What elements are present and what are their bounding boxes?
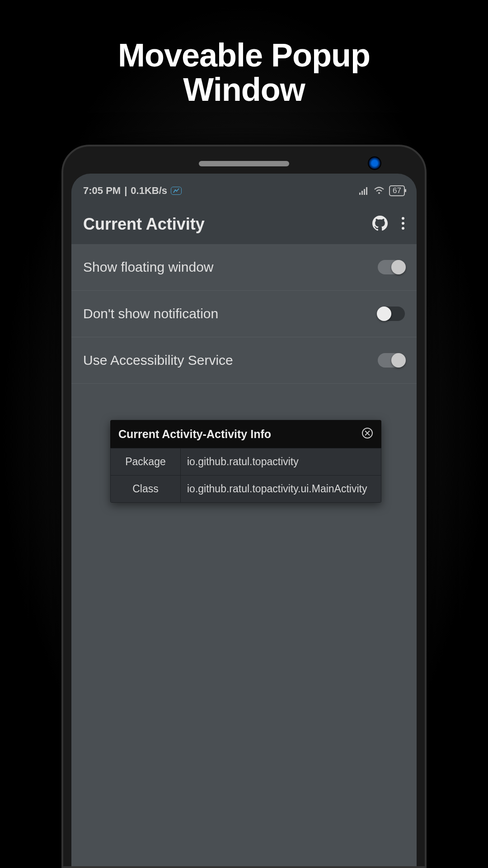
setting-label: Use Accessibility Service xyxy=(83,353,233,368)
close-icon[interactable] xyxy=(361,427,373,441)
promo-title-line1: Moveable Popup xyxy=(118,37,370,73)
content-area: Current Activity-Activity Info Package i… xyxy=(71,384,417,866)
floating-popup[interactable]: Current Activity-Activity Info Package i… xyxy=(110,420,381,503)
setting-label: Don't show notification xyxy=(83,306,218,321)
svg-rect-0 xyxy=(359,193,361,195)
setting-label: Show floating window xyxy=(83,259,214,275)
svg-point-5 xyxy=(402,217,404,220)
setting-dont-show-notification[interactable]: Don't show notification xyxy=(71,291,417,337)
table-row: Package io.github.ratul.topactivity xyxy=(111,448,381,476)
toggle-knob xyxy=(377,307,391,321)
setting-show-floating[interactable]: Show floating window xyxy=(71,244,417,291)
popup-key-package: Package xyxy=(111,448,181,476)
more-vert-icon[interactable] xyxy=(401,217,405,232)
svg-rect-2 xyxy=(364,189,365,195)
signal-icon xyxy=(359,187,369,195)
toggle-knob xyxy=(391,353,406,368)
popup-val-package: io.github.ratul.topactivity xyxy=(181,448,381,476)
statusbar: 7:05 PM | 0.1KB/s 67 xyxy=(71,177,417,204)
github-icon[interactable] xyxy=(372,216,388,233)
popup-title: Current Activity-Activity Info xyxy=(118,428,271,441)
toggle-dont-show-notification[interactable] xyxy=(378,307,405,321)
svg-point-4 xyxy=(378,192,380,194)
status-time: 7:05 PM xyxy=(83,185,121,197)
popup-table: Package io.github.ratul.topactivity Clas… xyxy=(110,448,381,503)
statusbar-left: 7:05 PM | 0.1KB/s xyxy=(83,185,182,197)
appbar-title: Current Activity xyxy=(83,215,205,234)
status-sep: | xyxy=(124,185,127,197)
table-row: Class io.github.ratul.topactivity.ui.Mai… xyxy=(111,476,381,503)
statusbar-right: 67 xyxy=(359,185,405,196)
svg-point-7 xyxy=(402,227,404,230)
svg-point-6 xyxy=(402,222,404,225)
wifi-icon xyxy=(374,187,385,195)
svg-rect-1 xyxy=(361,191,363,195)
chart-icon xyxy=(171,187,182,195)
phone-screen: 7:05 PM | 0.1KB/s 67 Current Ac xyxy=(71,174,417,866)
phone-camera xyxy=(368,156,381,170)
appbar: Current Activity xyxy=(71,204,417,244)
toggle-use-accessibility[interactable] xyxy=(378,353,405,368)
popup-key-class: Class xyxy=(111,476,181,503)
phone-frame: 7:05 PM | 0.1KB/s 67 Current Ac xyxy=(61,145,427,868)
appbar-actions xyxy=(372,216,405,233)
battery-icon: 67 xyxy=(389,185,405,196)
popup-header[interactable]: Current Activity-Activity Info xyxy=(110,420,381,448)
promo-title: Moveable Popup Window xyxy=(0,38,488,107)
promo-title-line2: Window xyxy=(183,71,305,108)
setting-use-accessibility[interactable]: Use Accessibility Service xyxy=(71,337,417,384)
battery-level: 67 xyxy=(393,186,401,195)
status-speed: 0.1KB/s xyxy=(131,185,167,197)
toggle-knob xyxy=(391,260,406,274)
settings-list: Show floating window Don't show notifica… xyxy=(71,244,417,384)
toggle-show-floating[interactable] xyxy=(378,260,405,274)
popup-val-class: io.github.ratul.topactivity.ui.MainActiv… xyxy=(181,476,381,503)
svg-rect-3 xyxy=(366,187,367,195)
phone-speaker xyxy=(199,161,289,166)
